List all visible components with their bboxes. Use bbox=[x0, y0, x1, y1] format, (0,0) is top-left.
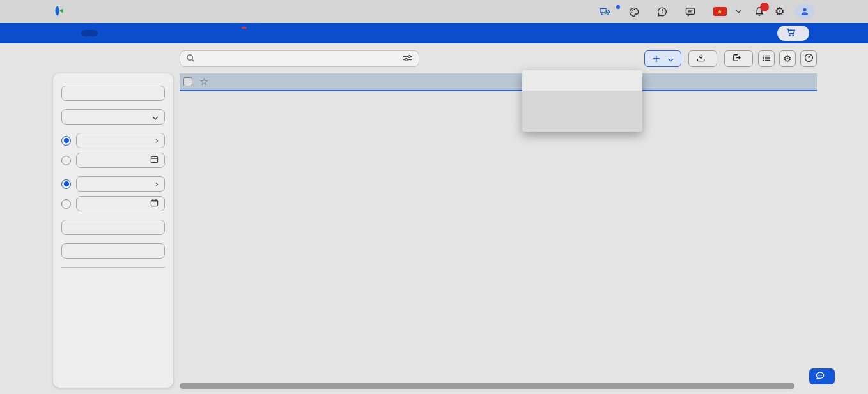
table-header-row: ☆ bbox=[180, 73, 817, 91]
svg-text:?: ? bbox=[807, 55, 810, 61]
notification-badge bbox=[760, 3, 769, 11]
expiry-all-time-radio[interactable] bbox=[61, 136, 71, 146]
stock-filter-select[interactable] bbox=[61, 109, 165, 125]
chevron-right-icon: › bbox=[155, 136, 159, 145]
topbar-gop-y[interactable] bbox=[685, 7, 699, 17]
chat-icon bbox=[816, 372, 825, 382]
group-filter-input[interactable] bbox=[61, 86, 165, 101]
topbar-chu-de[interactable] bbox=[629, 7, 643, 17]
export-icon bbox=[732, 53, 741, 64]
dropdown-item-hang-hoa[interactable] bbox=[522, 70, 642, 91]
star-icon[interactable]: ☆ bbox=[199, 77, 208, 87]
product-table: ☆ bbox=[180, 73, 817, 91]
nav-item-thue-ke-toan[interactable] bbox=[224, 30, 241, 36]
nav-item-khach-hang[interactable] bbox=[122, 30, 139, 36]
brand-logo[interactable] bbox=[54, 4, 71, 19]
select-all-checkbox-cell bbox=[180, 77, 196, 86]
support-icon: ! bbox=[657, 7, 667, 17]
create-new-button[interactable]: + bbox=[644, 50, 681, 67]
select-all-checkbox[interactable] bbox=[183, 77, 192, 86]
created-all-time-radio[interactable] bbox=[61, 179, 71, 189]
palette-icon bbox=[629, 7, 639, 17]
export-file-button[interactable] bbox=[724, 50, 753, 67]
created-custom-option[interactable] bbox=[76, 196, 165, 211]
kiotviet-logo-icon bbox=[54, 4, 66, 19]
nav-item-nhan-vien[interactable] bbox=[143, 30, 159, 36]
gear-icon: ⚙ bbox=[783, 54, 791, 64]
location-filter-input[interactable] bbox=[61, 243, 165, 259]
chevron-down-icon bbox=[668, 54, 674, 64]
svg-text:!: ! bbox=[661, 9, 663, 15]
horizontal-scrollbar[interactable] bbox=[180, 383, 794, 389]
topbar-tieng-viet[interactable]: ★ bbox=[713, 7, 741, 16]
divider bbox=[61, 267, 165, 268]
filter-panel: › › bbox=[53, 73, 173, 388]
nav-item-hang-hoa[interactable] bbox=[81, 30, 98, 36]
list-toolbar: + ⚙ ? bbox=[180, 50, 817, 67]
chevron-down-icon bbox=[736, 10, 741, 13]
plus-icon: + bbox=[652, 53, 660, 64]
import-file-button[interactable] bbox=[688, 50, 717, 67]
avatar[interactable] bbox=[795, 4, 814, 19]
dropdown-item-dich-vu[interactable] bbox=[522, 91, 642, 111]
new-indicator-dot bbox=[616, 5, 620, 9]
chevron-right-icon: › bbox=[155, 179, 159, 188]
sell-button[interactable] bbox=[777, 26, 809, 41]
topbar-menu: !★ bbox=[600, 7, 741, 17]
search-input[interactable] bbox=[199, 54, 398, 64]
search-box bbox=[180, 50, 419, 67]
filter-sliders-icon[interactable] bbox=[403, 54, 413, 64]
expiry-custom-radio[interactable] bbox=[61, 156, 71, 165]
nav-item-so-quy[interactable] bbox=[163, 30, 180, 36]
calendar-icon bbox=[150, 155, 159, 165]
nav-items bbox=[61, 30, 241, 36]
topbar: !★ ⚙ bbox=[0, 0, 868, 23]
expiry-all-time-option[interactable]: › bbox=[76, 133, 165, 148]
truck-icon bbox=[600, 7, 611, 16]
list-columns-icon bbox=[762, 54, 771, 64]
search-icon bbox=[186, 54, 195, 64]
favorite-header-cell: ☆ bbox=[196, 77, 212, 87]
expiry-custom-option[interactable] bbox=[76, 153, 165, 168]
cart-icon bbox=[786, 28, 796, 39]
table-settings-button[interactable]: ⚙ bbox=[779, 50, 796, 67]
created-all-time-option[interactable]: › bbox=[76, 176, 165, 192]
topbar-giao-hang[interactable] bbox=[600, 7, 615, 16]
column-settings-button[interactable] bbox=[758, 50, 775, 67]
dropdown-item-combo-dong-goi[interactable] bbox=[522, 111, 642, 132]
new-badge bbox=[242, 27, 247, 29]
help-button[interactable]: ? bbox=[800, 50, 817, 67]
nav-item-ban-online[interactable] bbox=[204, 30, 221, 36]
calendar-icon bbox=[150, 199, 159, 209]
vn-flag-icon: ★ bbox=[713, 7, 727, 16]
hotline-button[interactable] bbox=[809, 368, 835, 384]
topbar-ho-tro[interactable]: ! bbox=[657, 7, 671, 17]
supplier-filter-input[interactable] bbox=[61, 220, 165, 235]
topbar-controls: ⚙ bbox=[754, 4, 814, 19]
nav-item-don-hang[interactable] bbox=[102, 30, 118, 36]
feedback-icon bbox=[685, 7, 695, 17]
import-icon bbox=[696, 53, 706, 64]
help-icon: ? bbox=[804, 53, 814, 64]
create-new-dropdown bbox=[522, 70, 642, 132]
created-custom-radio[interactable] bbox=[61, 199, 71, 209]
notification-bell-icon[interactable] bbox=[754, 6, 764, 17]
nav-item-bao-cao[interactable] bbox=[183, 30, 200, 36]
chevron-down-icon bbox=[152, 112, 159, 122]
main-nav bbox=[0, 23, 868, 43]
settings-gear-icon[interactable]: ⚙ bbox=[775, 6, 785, 17]
nav-item-tong-quan[interactable] bbox=[61, 30, 77, 36]
